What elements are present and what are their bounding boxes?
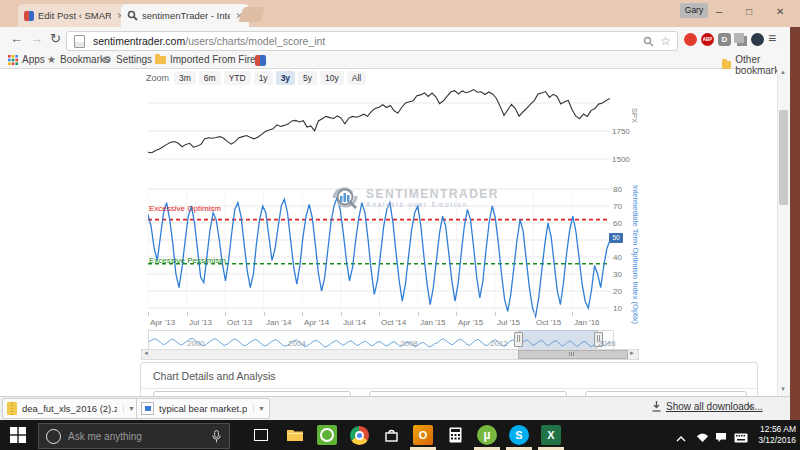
spx-axis-title: SPX bbox=[630, 108, 639, 123]
range-button-3y[interactable]: 3y bbox=[276, 71, 295, 85]
d-extension-icon[interactable]: D bbox=[718, 33, 731, 46]
cortana-search-box[interactable]: Ask me anything bbox=[38, 423, 230, 449]
x-axis-tick bbox=[264, 312, 265, 316]
taskbar-store-icon[interactable] bbox=[378, 423, 404, 447]
imported-folder-shortcut[interactable]: Imported From Firef... bbox=[155, 54, 267, 65]
tab-title: Edit Post ‹ SMART MONEY bbox=[38, 10, 111, 21]
tab-favicon-magnifier-icon bbox=[127, 10, 138, 21]
x-axis-tick bbox=[379, 312, 380, 316]
minimize-button[interactable]: – bbox=[716, 5, 722, 17]
search-placeholder: Ask me anything bbox=[68, 431, 142, 442]
taskbar-excel-icon[interactable]: X bbox=[538, 423, 564, 447]
menu-icon[interactable]: ≡ bbox=[768, 30, 776, 46]
ghostery-extension-icon[interactable] bbox=[751, 33, 764, 46]
adblock-plus-extension-icon[interactable]: ABP bbox=[701, 33, 714, 46]
maximize-button[interactable]: □ bbox=[746, 6, 752, 17]
range-button-6m[interactable]: 6m bbox=[199, 71, 221, 85]
x-axis-label: Apr '13 bbox=[150, 318, 175, 327]
excessive-pessimism-label: Excessive Pessimism bbox=[149, 256, 226, 265]
navigator-year-label: 2016 bbox=[598, 339, 616, 348]
start-button[interactable] bbox=[10, 427, 26, 447]
tab-edit-post[interactable]: Edit Post ‹ SMART MONEY ✕ bbox=[18, 4, 130, 27]
taskbar-file-explorer-icon[interactable] bbox=[282, 423, 308, 447]
x-axis-label: Jan '16 bbox=[574, 318, 600, 327]
apps-shortcut[interactable]: Apps bbox=[8, 54, 45, 65]
chart-details-panel: Chart Details and Analysis bbox=[140, 362, 758, 398]
tray-chevron-icon[interactable] bbox=[676, 429, 686, 447]
wifi-icon[interactable] bbox=[696, 429, 709, 447]
address-bar[interactable]: sentimentrader.com/users/charts/model_sc… bbox=[66, 31, 678, 51]
navigator-left-handle[interactable] bbox=[514, 332, 523, 347]
download-item-png[interactable]: typical bear market.png ▼ bbox=[136, 398, 270, 419]
taskbar-utorrent-icon[interactable]: µ bbox=[474, 423, 500, 447]
download-icon bbox=[652, 401, 661, 412]
x-axis-label: Jul '15 bbox=[497, 318, 520, 327]
cortana-icon bbox=[46, 429, 61, 444]
range-button-5y[interactable]: 5y bbox=[298, 71, 317, 85]
tab-favicon bbox=[24, 11, 34, 21]
x-axis-tick bbox=[148, 312, 149, 316]
taskbar-office-icon[interactable]: O bbox=[410, 423, 436, 447]
scroll-right-arrow-icon[interactable]: ► bbox=[629, 349, 635, 358]
download-caret-icon[interactable]: ▼ bbox=[123, 405, 135, 412]
scrollbar-thumb[interactable] bbox=[779, 110, 788, 205]
taskbar-skype-icon[interactable]: S bbox=[506, 423, 532, 447]
x-axis-label: Apr '15 bbox=[458, 318, 483, 327]
spx-price-chart[interactable] bbox=[148, 84, 610, 176]
range-button-3m[interactable]: 3m bbox=[174, 71, 196, 85]
image-file-icon bbox=[141, 402, 154, 415]
taskbar-clock[interactable]: 12:56 AM 3/12/2016 bbox=[746, 424, 796, 446]
range-button-ytd[interactable]: YTD bbox=[224, 71, 251, 85]
url-domain: sentimentrader.com bbox=[93, 35, 185, 47]
taskbar-calculator-icon[interactable] bbox=[442, 423, 468, 447]
optix-ytick: 30 bbox=[613, 270, 622, 279]
navigator-year-label: 2000 bbox=[187, 339, 205, 348]
taskbar-green-app-icon[interactable] bbox=[314, 423, 340, 447]
profile-badge[interactable]: Gary bbox=[680, 3, 708, 18]
taskbar-task-view-icon[interactable] bbox=[248, 423, 274, 447]
scroll-left-arrow-icon[interactable]: ◄ bbox=[143, 349, 149, 358]
notification-icon[interactable] bbox=[715, 429, 727, 447]
folder-icon bbox=[722, 61, 731, 69]
bookmark-star-icon[interactable]: ☆ bbox=[660, 34, 671, 48]
x-axis-tick bbox=[495, 312, 496, 316]
range-button-10y[interactable]: 10y bbox=[320, 71, 344, 85]
watermark-title: SENTIMENTRADER bbox=[366, 187, 499, 201]
settings-shortcut[interactable]: ⚙ Settings bbox=[103, 54, 152, 65]
scrollbar-thumb[interactable] bbox=[518, 350, 628, 359]
tab-sentimentrader[interactable]: sentimenTrader - Intermed ✕ bbox=[121, 4, 249, 27]
pages-extension-icon[interactable] bbox=[734, 33, 744, 43]
x-axis-label: Jan '14 bbox=[266, 318, 292, 327]
spx-ytick: 1750 bbox=[612, 127, 630, 136]
download-item-zip[interactable]: dea_fut_xls_2016 (2).zip ▼ bbox=[2, 398, 140, 419]
microphone-icon[interactable] bbox=[212, 430, 221, 443]
clock-time: 12:56 AM bbox=[746, 424, 796, 435]
zoom-label: Zoom bbox=[146, 73, 169, 83]
back-button[interactable]: ← bbox=[10, 31, 23, 46]
taskbar-chrome-icon[interactable] bbox=[346, 423, 372, 447]
x-axis-tick bbox=[187, 312, 188, 316]
download-caret-icon[interactable]: ▼ bbox=[253, 405, 265, 412]
range-button-1y[interactable]: 1y bbox=[254, 71, 273, 85]
close-window-button[interactable]: ✕ bbox=[776, 6, 784, 17]
gear-icon: ⚙ bbox=[103, 54, 112, 65]
scroll-down-arrow-icon[interactable]: ▼ bbox=[780, 386, 786, 392]
x-axis-tick bbox=[572, 312, 573, 316]
x-axis-tick bbox=[225, 312, 226, 316]
bookmarks-manager-shortcut[interactable]: ★ Bookmarks bbox=[47, 54, 110, 65]
star-icon: ★ bbox=[47, 54, 56, 65]
url-path: /users/charts/model_score_int bbox=[185, 35, 325, 47]
onetab-extension-icon[interactable] bbox=[684, 33, 697, 46]
navigator-selected-range[interactable] bbox=[518, 330, 598, 349]
close-downloads-bar-icon[interactable]: ✕ bbox=[746, 402, 754, 412]
zoom-page-icon[interactable] bbox=[643, 36, 654, 47]
x-axis-label: Jul '13 bbox=[189, 318, 212, 327]
optix-ytick: 70 bbox=[613, 202, 622, 211]
chart-details-header: Chart Details and Analysis bbox=[141, 363, 757, 389]
forward-button[interactable]: → bbox=[30, 31, 43, 46]
reload-button[interactable]: ↻ bbox=[50, 31, 61, 46]
range-button-all[interactable]: All bbox=[347, 71, 366, 85]
site-bookmark-icon[interactable] bbox=[255, 55, 266, 66]
scroll-up-arrow-icon[interactable]: ▲ bbox=[780, 69, 786, 75]
clock-date: 3/12/2016 bbox=[746, 435, 796, 446]
